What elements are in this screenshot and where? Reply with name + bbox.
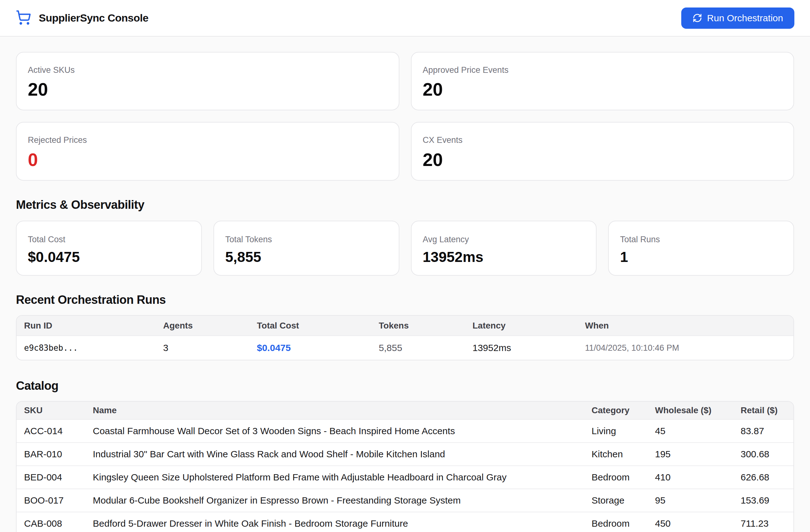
category-cell: Bedroom (592, 518, 655, 529)
run-id-cell: e9c83beb... (24, 343, 163, 353)
category-cell: Kitchen (592, 449, 655, 460)
metric-label: Avg Latency (423, 235, 585, 244)
table-row: ACC-014 Coastal Farmhouse Wall Decor Set… (17, 419, 793, 442)
stat-value: 20 (28, 80, 388, 99)
metric-card-total-tokens: Total Tokens 5,855 (213, 221, 399, 276)
runs-section-title: Recent Orchestration Runs (16, 293, 794, 307)
wholesale-cell: 195 (655, 449, 741, 460)
wholesale-cell: 450 (655, 518, 741, 529)
category-cell: Bedroom (592, 472, 655, 483)
column-header-latency: Latency (472, 321, 585, 331)
column-header-run-id: Run ID (24, 321, 163, 331)
stat-card-rejected-prices: Rejected Prices 0 (16, 122, 399, 180)
name-cell: Coastal Farmhouse Wall Decor Set of 3 Wo… (93, 426, 592, 436)
stat-label: Rejected Prices (28, 135, 388, 145)
column-header-wholesale: Wholesale ($) (655, 405, 741, 415)
category-cell: Storage (592, 495, 655, 506)
name-cell: Modular 6-Cube Bookshelf Organizer in Es… (93, 495, 592, 506)
wholesale-cell: 95 (655, 495, 741, 506)
agents-cell: 3 (163, 342, 257, 353)
brand: SupplierSync Console (16, 10, 148, 27)
wholesale-cell: 45 (655, 426, 741, 436)
table-row: e9c83beb... 3 $0.0475 5,855 13952ms 11/0… (17, 335, 793, 360)
table-row: BAR-010 Industrial 30" Bar Cart with Win… (17, 442, 793, 465)
sku-cell: ACC-014 (24, 426, 93, 436)
sku-cell: BOO-017 (24, 495, 93, 506)
main-content: Active SKUs 20 Approved Price Events 20 … (0, 52, 810, 532)
metric-value: 13952ms (423, 249, 585, 264)
sku-cell: BAR-010 (24, 449, 93, 460)
column-header-tokens: Tokens (379, 321, 472, 331)
runs-table: Run ID Agents Total Cost Tokens Latency … (16, 315, 794, 360)
stat-value: 20 (423, 80, 782, 99)
stat-value: 20 (423, 150, 782, 170)
retail-cell: 300.68 (741, 449, 786, 460)
run-orchestration-button[interactable]: Run Orchestration (681, 7, 794, 29)
shopping-cart-icon (16, 10, 31, 27)
stat-card-active-skus: Active SKUs 20 (16, 52, 399, 110)
column-header-when: When (585, 321, 786, 331)
metrics-section-title: Metrics & Observability (16, 198, 794, 212)
metric-value: 1 (620, 249, 782, 264)
refresh-icon (693, 13, 702, 23)
column-header-name: Name (93, 405, 592, 415)
latency-cell: 13952ms (472, 342, 585, 353)
metric-card-avg-latency: Avg Latency 13952ms (411, 221, 597, 276)
sku-cell: CAB-008 (24, 518, 93, 529)
column-header-sku: SKU (24, 405, 93, 415)
stat-card-cx-events: CX Events 20 (411, 122, 794, 180)
app-title: SupplierSync Console (39, 12, 148, 24)
tokens-cell: 5,855 (379, 342, 472, 353)
stat-value: 0 (28, 150, 388, 170)
stat-label: Approved Price Events (423, 65, 782, 75)
metric-card-total-cost: Total Cost $0.0475 (16, 221, 202, 276)
catalog-table: SKU Name Category Wholesale ($) Retail (… (16, 401, 794, 532)
column-header-category: Category (592, 405, 655, 415)
top-header: SupplierSync Console Run Orchestration (0, 0, 810, 36)
name-cell: Kingsley Queen Size Upholstered Platform… (93, 472, 592, 483)
metrics-grid: Total Cost $0.0475 Total Tokens 5,855 Av… (16, 221, 794, 276)
sku-cell: BED-004 (24, 472, 93, 483)
name-cell: Industrial 30" Bar Cart with Wine Glass … (93, 449, 592, 460)
retail-cell: 83.87 (741, 426, 786, 436)
runs-table-header-row: Run ID Agents Total Cost Tokens Latency … (17, 316, 793, 335)
table-row: BED-004 Kingsley Queen Size Upholstered … (17, 465, 793, 488)
metric-label: Total Runs (620, 235, 782, 244)
run-orchestration-label: Run Orchestration (707, 13, 783, 23)
table-row: CAB-008 Bedford 5-Drawer Dresser in Whit… (17, 512, 793, 532)
metric-value: 5,855 (225, 249, 388, 264)
catalog-section-title: Catalog (16, 379, 794, 392)
retail-cell: 711.23 (741, 518, 786, 529)
total-cost-cell: $0.0475 (257, 342, 379, 353)
category-cell: Living (592, 426, 655, 436)
wholesale-cell: 410 (655, 472, 741, 483)
metric-label: Total Tokens (225, 235, 388, 244)
metric-card-total-runs: Total Runs 1 (608, 221, 794, 276)
retail-cell: 153.69 (741, 495, 786, 506)
metric-value: $0.0475 (28, 249, 190, 264)
column-header-agents: Agents (163, 321, 257, 331)
retail-cell: 626.68 (741, 472, 786, 483)
stat-cards-grid: Active SKUs 20 Approved Price Events 20 … (16, 52, 794, 181)
stat-label: Active SKUs (28, 65, 388, 75)
column-header-retail: Retail ($) (741, 405, 786, 415)
table-row: BOO-017 Modular 6-Cube Bookshelf Organiz… (17, 488, 793, 512)
catalog-table-header-row: SKU Name Category Wholesale ($) Retail (… (17, 402, 793, 419)
stat-card-approved-price-events: Approved Price Events 20 (411, 52, 794, 110)
column-header-total-cost: Total Cost (257, 321, 379, 331)
stat-label: CX Events (423, 135, 782, 145)
when-cell: 11/04/2025, 10:10:46 PM (585, 343, 786, 353)
metric-label: Total Cost (28, 235, 190, 244)
name-cell: Bedford 5-Drawer Dresser in White Oak Fi… (93, 518, 592, 529)
